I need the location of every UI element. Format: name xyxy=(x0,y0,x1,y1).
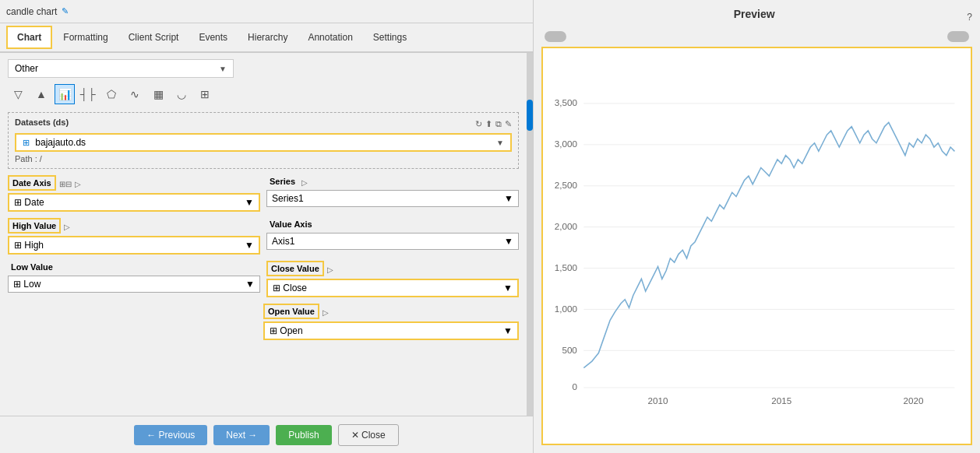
date-axis-dropdown[interactable]: ⊞ Date ▼ xyxy=(8,193,260,212)
high-value-filter-icon[interactable]: ▷ xyxy=(64,223,70,231)
dataset-arrow: ▼ xyxy=(496,139,504,147)
open-value-dropdown[interactable]: ⊞ Open ▼ xyxy=(263,321,519,340)
datasets-action-icons: ↻ ⬆ ⧉ ✎ xyxy=(475,119,512,129)
tab-events[interactable]: Events xyxy=(189,27,237,47)
type-dropdown-row: Other ▼ xyxy=(8,59,519,78)
dataset-name: bajajauto.ds xyxy=(35,137,86,148)
refresh-icon[interactable]: ↻ xyxy=(475,119,482,129)
previous-button[interactable]: ← Previous xyxy=(134,425,207,445)
title-bar: candle chart ✎ xyxy=(0,0,533,23)
edit-icon[interactable]: ✎ xyxy=(62,6,69,16)
toggle-left[interactable] xyxy=(545,31,566,42)
open-value-label: Open Value xyxy=(263,304,319,319)
tab-clientscript[interactable]: Client Script xyxy=(119,27,189,47)
filter-icon[interactable]: ▽ xyxy=(8,84,28,104)
tab-formatting[interactable]: Formatting xyxy=(54,27,117,47)
close-value-value: Close xyxy=(283,283,307,293)
arc-icon[interactable]: ◡ xyxy=(171,84,192,104)
date-axis-group-icon[interactable]: ⊞⊟ xyxy=(59,180,72,188)
wave-icon[interactable]: ∿ xyxy=(125,84,145,104)
y-label-2000: 2,000 xyxy=(555,221,578,231)
preview-panel: Preview ? 3,500 3,000 2,500 2,000 1,500 … xyxy=(534,0,980,453)
low-value-arrow: ▼ xyxy=(245,279,255,290)
chart-type-toolbar: ▽ ▲ 📊 ┤├ ⬠ ∿ ▦ ◡ ⊞ xyxy=(8,84,519,104)
close-value-dropdown[interactable]: ⊞ Close ▼ xyxy=(266,279,519,297)
y-label-3000: 3,000 xyxy=(555,139,578,149)
value-axis-dropdown[interactable]: Axis1 ▼ xyxy=(266,233,519,250)
candlestick-icon[interactable]: ┤├ xyxy=(78,84,98,104)
series-arrow: ▼ xyxy=(504,193,513,204)
open-value-filter-icon[interactable]: ▷ xyxy=(323,308,329,317)
series-dropdown[interactable]: Series1 ▼ xyxy=(266,190,519,207)
edit-ds-icon[interactable]: ✎ xyxy=(505,119,512,129)
low-value-value: Low xyxy=(23,279,41,290)
high-valueaxis-row: High Value ▷ ⊞ High ▼ xyxy=(8,218,519,255)
dataset-icon: ⊞ xyxy=(23,138,30,147)
toggle-right[interactable] xyxy=(947,31,969,42)
dataset-item[interactable]: ⊞ bajajauto.ds ▼ xyxy=(15,133,512,152)
scroll-thumb[interactable] xyxy=(527,100,533,131)
value-axis-value: Axis1 xyxy=(272,236,294,247)
help-icon[interactable]: ? xyxy=(967,12,972,23)
publish-button[interactable]: Publish xyxy=(276,425,331,445)
low-value-icon: ⊞ xyxy=(13,279,23,290)
x-label-2020: 2020 xyxy=(904,395,924,406)
date-axis-col: Date Axis ⊞⊟ ▷ ⊞ Date ▼ xyxy=(8,175,260,212)
date-series-row: Date Axis ⊞⊟ ▷ ⊞ Date ▼ xyxy=(8,175,519,212)
open-value-col: Open Value ▷ ⊞ Open ▼ xyxy=(263,304,519,340)
close-value-filter-icon[interactable]: ▷ xyxy=(327,265,333,274)
next-button[interactable]: Next → xyxy=(213,425,270,445)
path-row: Path : / xyxy=(15,154,512,163)
y-label-0: 0 xyxy=(572,381,577,392)
open-value-icon: ⊞ xyxy=(270,325,280,336)
low-value-col: Low Value ⊞ Low ▼ xyxy=(8,261,260,297)
date-axis-label: Date Axis xyxy=(8,175,56,191)
preview-title: Preview xyxy=(734,8,775,20)
date-axis-filter-icon[interactable]: ▷ xyxy=(75,180,81,188)
high-value-arrow: ▼ xyxy=(245,240,254,251)
type-dropdown[interactable]: Other ▼ xyxy=(8,59,234,78)
high-value-icon: ⊞ xyxy=(14,240,24,251)
scrollbar[interactable] xyxy=(527,53,533,416)
date-axis-value: Date xyxy=(24,197,44,208)
datasets-section: Datasets (ds) ↻ ⬆ ⧉ ✎ ⊞ bajajauto.ds xyxy=(8,112,519,169)
tab-hierarchy[interactable]: Hierarchy xyxy=(238,27,297,47)
low-close-row: Low Value ⊞ Low ▼ Close Value xyxy=(8,261,519,297)
open-value-arrow: ▼ xyxy=(503,325,513,336)
tab-annotation[interactable]: Annotation xyxy=(298,27,361,47)
upload-icon[interactable]: ⬆ xyxy=(485,119,492,129)
low-value-dropdown[interactable]: ⊞ Low ▼ xyxy=(8,276,260,293)
tab-settings[interactable]: Settings xyxy=(364,27,416,47)
high-value-dropdown[interactable]: ⊞ High ▼ xyxy=(8,236,260,255)
close-button[interactable]: ✕ Close xyxy=(338,424,399,446)
series-value: Series1 xyxy=(272,193,304,204)
tab-chart[interactable]: Chart xyxy=(6,26,52,49)
close-value-icon: ⊞ xyxy=(273,283,283,293)
panel-content: Other ▼ ▽ ▲ 📊 ┤├ ⬠ ∿ ▦ ◡ ⊞ xyxy=(0,53,527,416)
high-value-label: High Value xyxy=(8,218,61,234)
chart-line xyxy=(583,122,954,367)
x-label-2015: 2015 xyxy=(771,395,791,406)
close-value-col: Close Value ▷ ⊞ Close ▼ xyxy=(266,261,519,297)
copy-icon[interactable]: ⧉ xyxy=(495,119,502,129)
chart-svg: 3,500 3,000 2,500 2,000 1,500 1,000 500 … xyxy=(551,56,963,436)
value-axis-label: Value Axis xyxy=(266,218,316,230)
high-value-value: High xyxy=(24,240,44,251)
bar-chart-icon[interactable]: 📊 xyxy=(55,84,75,104)
open-row: Open Value ▷ ⊞ Open ▼ xyxy=(8,304,519,340)
network-icon[interactable]: ⊞ xyxy=(195,84,215,104)
y-label-1000: 1,000 xyxy=(555,304,578,314)
bottom-bar: ← Previous Next → Publish ✕ Close xyxy=(0,416,533,453)
triangle-icon[interactable]: ▲ xyxy=(31,84,51,104)
open-value-value: Open xyxy=(280,325,302,336)
pentagon-icon[interactable]: ⬠ xyxy=(101,84,122,104)
datasets-label: Datasets (ds) xyxy=(15,118,69,127)
grid-icon[interactable]: ▦ xyxy=(148,84,168,104)
series-filter-icon[interactable]: ▷ xyxy=(301,178,308,187)
date-axis-arrow: ▼ xyxy=(245,197,254,208)
tab-bar: Chart Formatting Client Script Events Hi… xyxy=(0,23,533,53)
date-axis-icon: ⊞ xyxy=(14,197,24,208)
type-dropdown-arrow: ▼ xyxy=(219,65,227,73)
y-label-500: 500 xyxy=(562,345,577,355)
close-value-label: Close Value xyxy=(266,261,324,276)
